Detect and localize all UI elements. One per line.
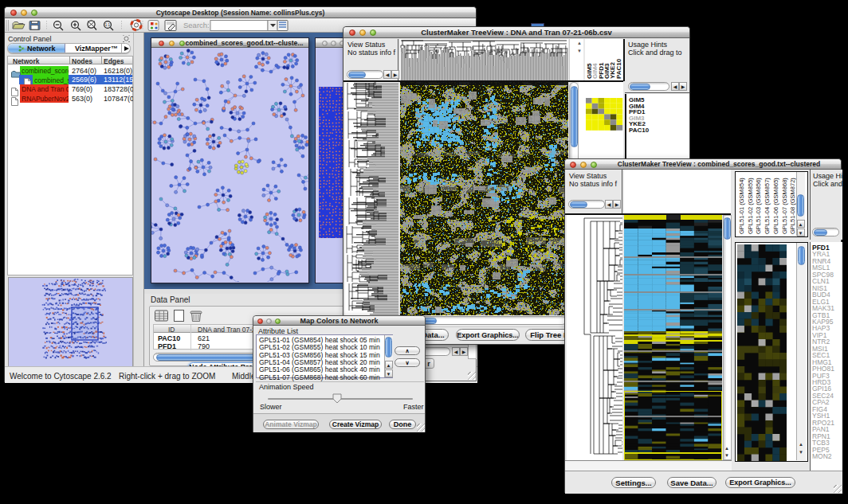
svg-text:Search:: Search: [183,21,210,29]
svg-text:1:1: 1:1 [105,23,111,27]
